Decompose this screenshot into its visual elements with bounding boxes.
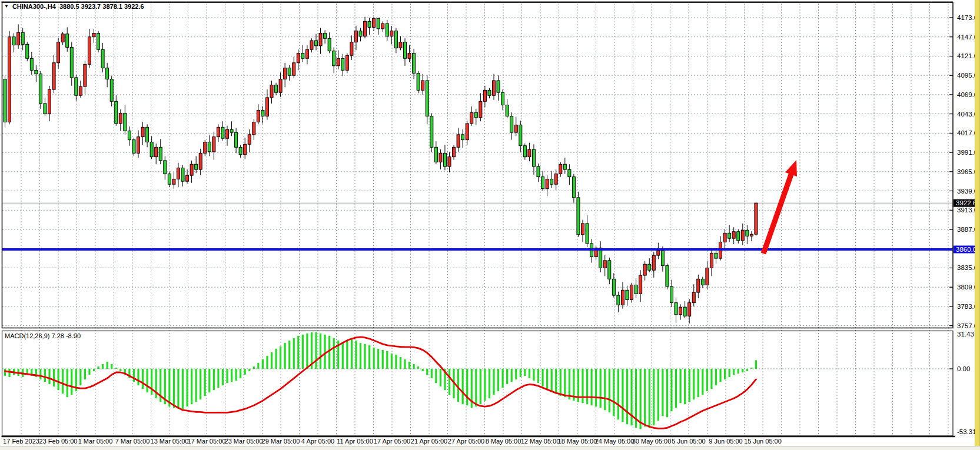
macd-histogram-bar [248,369,250,371]
macd-histogram-bar [168,369,170,406]
candlestick [284,68,287,79]
macd-histogram-bar [111,364,112,369]
candlestick [706,268,709,285]
candlestick [270,85,273,98]
candlestick [577,198,580,235]
candlestick [208,142,211,151]
candlestick [315,41,318,46]
macd-histogram-bar [257,363,259,369]
candlestick [506,105,509,116]
candlestick [212,137,215,152]
candlestick [221,127,224,138]
macd-histogram-bar [320,334,321,369]
candlestick [617,295,620,305]
time-axis[interactable]: 17 Feb 202323 Feb 05:001 Mar 05:007 Mar … [2,436,956,445]
candlestick [461,135,464,140]
candlestick [354,31,357,42]
macd-histogram-bar [137,369,139,385]
candlestick [119,113,122,124]
macd-histogram-bar [293,338,295,369]
candlestick [470,112,473,124]
macd-histogram-bar [653,369,655,425]
candlestick [710,253,713,268]
candlestick [715,253,717,258]
candlestick [288,68,291,76]
macd-histogram-bar [324,335,326,369]
candlestick [239,147,242,155]
macd-histogram-bar [511,369,513,382]
macd-histogram-bar [142,369,144,389]
candlestick [377,18,380,29]
candlestick [434,147,437,162]
right-edge-strip [975,0,980,450]
macd-histogram-bar [617,369,619,419]
chevron-down-icon[interactable]: ▼ [4,4,9,9]
chart-canvas[interactable]: 4173.04147.04121.04095.04069.04043.04017… [0,0,980,450]
candlestick [132,140,135,154]
candlestick [253,122,255,134]
macd-histogram-bar [84,369,86,379]
macd-histogram-bar [484,369,486,401]
macd-histogram-bar [231,369,232,382]
trend-arrow[interactable] [763,171,792,254]
candlestick [510,116,513,132]
candlestick [421,81,424,90]
candlestick [195,164,198,169]
candlestick [488,90,491,95]
candlestick [599,248,602,268]
date-label: 5 Jun 05:00 [672,438,706,445]
trend-arrow-head[interactable] [785,160,797,176]
macd-histogram-bar [302,335,304,369]
macd-histogram-bar [604,369,606,410]
candlestick [155,147,158,156]
candlestick [528,149,531,157]
candlestick [417,73,420,90]
candlestick [586,224,589,244]
date-label: 17 Apr 05:00 [374,438,410,445]
macd-tick-label: 0.00 [957,365,970,372]
macd-histogram-bar [502,369,504,388]
macd-histogram-bar [684,369,686,404]
macd-histogram-bar [680,369,682,403]
candlestick [110,79,113,101]
date-label: 11 Apr 05:00 [337,438,373,445]
macd-histogram-bar [115,368,117,369]
macd-histogram-bar [493,369,494,395]
candlestick [61,34,64,42]
candlestick [381,24,384,29]
macd-histogram-bar [657,369,659,421]
macd-histogram-bar [262,359,264,369]
macd-histogram-bar [533,369,534,381]
macd-histogram-bar [368,345,370,369]
macd-histogram-bar [204,369,206,396]
candlestick [426,81,428,116]
macd-histogram-bar [97,366,99,369]
candlestick [186,175,189,181]
date-label: 21 Apr 05:00 [411,438,447,445]
candlestick [230,129,233,132]
candlestick [430,116,433,147]
candlestick [413,53,416,73]
candlestick [546,179,549,188]
candlestick [305,49,308,58]
candlestick [190,164,193,175]
main-chart-border [2,2,954,328]
candlestick [550,179,553,184]
macd-histogram-bar [373,348,375,369]
macd-histogram-bar [569,369,570,399]
candlestick [150,142,153,156]
candlestick [373,18,376,27]
macd-histogram-bar [738,369,739,374]
macd-histogram-bar [53,369,55,386]
macd-histogram-bar [195,369,197,402]
candlestick [159,147,162,161]
candlestick [217,127,220,136]
window-bottom-edge [0,446,980,450]
macd-histogram-bar [200,369,201,399]
macd-histogram-bar [644,369,646,426]
macd-signal-line [5,337,756,429]
candlestick [101,49,104,68]
macd-histogram-bar [529,369,530,378]
candlestick [26,44,29,58]
macd-histogram-bar [480,369,481,404]
